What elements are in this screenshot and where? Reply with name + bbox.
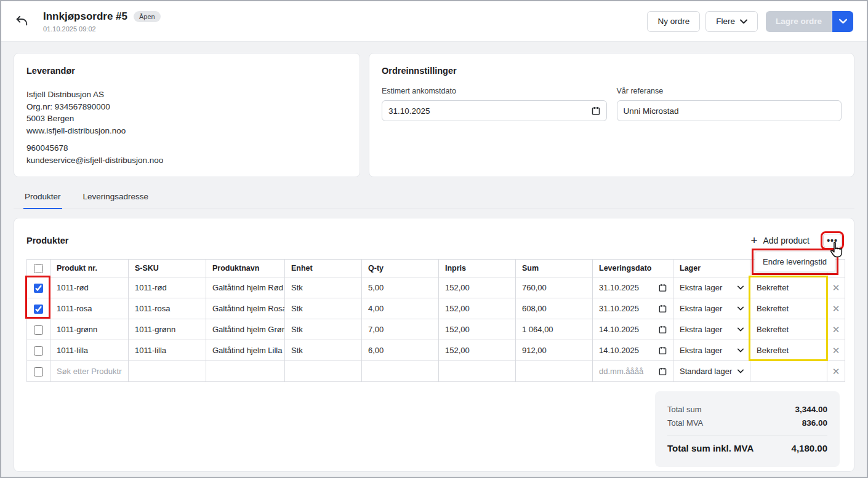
remove-row-button[interactable]: ✕ bbox=[827, 345, 845, 356]
calendar-icon[interactable] bbox=[659, 346, 667, 354]
cell-sum: 608,00 bbox=[516, 298, 593, 319]
annotation-red-box-menu: Endre leveringstid bbox=[752, 249, 838, 275]
lager-select[interactable]: Ekstra lager bbox=[673, 277, 750, 298]
supplier-website: www.isfjell-distribusjon.noo bbox=[26, 125, 347, 137]
row-checkbox[interactable] bbox=[34, 284, 43, 293]
tab-produkter[interactable]: Produkter bbox=[23, 186, 62, 209]
total-sum-label: Total sum bbox=[667, 405, 702, 414]
chevron-down-icon bbox=[737, 348, 744, 353]
remove-row-button[interactable]: ✕ bbox=[827, 366, 845, 377]
row-actions-menu-button[interactable]: ••• bbox=[823, 234, 842, 247]
new-order-button[interactable]: Ny ordre bbox=[647, 11, 700, 32]
row-checkbox[interactable] bbox=[34, 367, 43, 376]
remove-row-button[interactable]: ✕ bbox=[827, 282, 845, 293]
row-checkbox[interactable] bbox=[34, 305, 43, 314]
cell-qty[interactable]: 7,00 bbox=[362, 319, 439, 340]
cell-enhet: Stk bbox=[285, 340, 362, 361]
cell-inpris[interactable]: 152,00 bbox=[439, 319, 516, 340]
cell-leveringsdato[interactable]: 31.10.2025 bbox=[593, 277, 673, 298]
lager-select[interactable]: Ekstra lager bbox=[673, 319, 750, 340]
lager-select[interactable]: Standard lager bbox=[673, 361, 750, 382]
calendar-icon[interactable] bbox=[592, 106, 600, 115]
cell-inpris[interactable]: 152,00 bbox=[439, 340, 516, 361]
date-value: 14.10.2025 bbox=[599, 346, 639, 355]
product-search-input[interactable] bbox=[57, 367, 122, 376]
chevron-down-icon bbox=[737, 327, 744, 332]
col-header-leveringsdato: Leveringsdato bbox=[593, 260, 673, 277]
chevron-down-icon bbox=[737, 369, 744, 373]
select-all-checkbox[interactable] bbox=[34, 264, 43, 273]
estimated-arrival-label: Estimert ankomstdato bbox=[382, 87, 607, 95]
col-header-lager: Lager bbox=[673, 260, 750, 277]
cell-leveringsdato[interactable]: 14.10.2025 bbox=[593, 319, 673, 340]
calendar-icon[interactable] bbox=[659, 367, 667, 375]
supplier-card-title: Leverandør bbox=[26, 66, 347, 76]
page-title: Innkjøpsordre #5 bbox=[43, 10, 127, 23]
totals-divider bbox=[667, 436, 827, 436]
total-mva-value: 836.00 bbox=[802, 418, 827, 428]
remove-row-button[interactable]: ✕ bbox=[827, 303, 845, 314]
calendar-icon[interactable] bbox=[659, 305, 667, 313]
lager-select[interactable]: Ekstra lager bbox=[673, 340, 750, 361]
lager-value: Ekstra lager bbox=[680, 304, 722, 313]
cell-sum: 760,00 bbox=[516, 277, 593, 298]
row-checkbox[interactable] bbox=[34, 325, 43, 335]
app-window: Innkjøpsordre #5 Åpen 01.10.2025 09:02 N… bbox=[0, 0, 868, 478]
cell-produktnavn: Galtåtind hjelm Grønn bbox=[206, 319, 285, 340]
date-value: 14.10.2025 bbox=[599, 325, 639, 334]
col-header-enhet: Enhet bbox=[285, 260, 362, 277]
lager-value: Standard lager bbox=[680, 367, 732, 376]
cell-produkt-nr: 1011-rosa bbox=[50, 298, 129, 319]
chevron-down-icon bbox=[737, 285, 744, 290]
cell-status: Bekreftet bbox=[750, 319, 827, 340]
order-timestamp: 01.10.2025 09:02 bbox=[43, 25, 161, 33]
supplier-city: 5003 Bergen bbox=[26, 113, 347, 125]
add-product-button[interactable]: + Add product bbox=[750, 236, 810, 245]
cell-qty[interactable]: 4,00 bbox=[362, 298, 439, 319]
save-order-button[interactable]: Lagre ordre bbox=[766, 11, 832, 32]
our-reference-input[interactable] bbox=[617, 100, 842, 121]
page-header: Innkjøpsordre #5 Åpen 01.10.2025 09:02 N… bbox=[1, 1, 867, 42]
date-placeholder: dd.mm.åååå bbox=[599, 367, 643, 376]
back-button[interactable] bbox=[15, 14, 28, 28]
tab-leveringsadresse[interactable]: Leveringsadresse bbox=[82, 186, 150, 209]
cell-leveringsdato[interactable]: 14.10.2025 bbox=[593, 340, 673, 361]
total-mva-label: Total MVA bbox=[667, 418, 703, 428]
col-header-qty: Q-ty bbox=[362, 260, 439, 277]
more-actions-button[interactable]: Flere bbox=[705, 11, 758, 32]
tab-bar: Produkter Leveringsadresse bbox=[14, 186, 854, 209]
products-card: Produkter + Add product ••• bbox=[14, 218, 854, 472]
cell-inpris[interactable]: 152,00 bbox=[439, 298, 516, 319]
cell-produktnavn: Galtåtind hjelm Rød bbox=[206, 277, 285, 298]
cell-inpris[interactable]: 152,00 bbox=[439, 277, 516, 298]
total-incl-mva-value: 4,180.00 bbox=[792, 443, 827, 453]
estimated-arrival-date-input[interactable]: 31.10.2025 bbox=[382, 100, 607, 121]
lager-select[interactable]: Ekstra lager bbox=[673, 298, 750, 319]
supplier-name: Isfjell Distribusjon AS bbox=[26, 89, 347, 101]
page-content: Leverandør Isfjell Distribusjon AS Org.n… bbox=[1, 53, 867, 472]
cell-produktnavn: Galtåtind hjelm Rosa bbox=[206, 298, 285, 319]
calendar-icon[interactable] bbox=[659, 325, 667, 333]
remove-row-button[interactable]: ✕ bbox=[827, 324, 845, 335]
menu-item-endre-leveringstid[interactable]: Endre leveringstid bbox=[755, 252, 835, 271]
products-table: Produkt nr. S-SKU Produktnavn Enhet Q-ty… bbox=[26, 259, 845, 382]
cell-produkt-nr: 1011-grønn bbox=[50, 319, 129, 340]
chevron-down-icon bbox=[839, 18, 847, 24]
calendar-icon[interactable] bbox=[659, 284, 667, 292]
cell-qty[interactable]: 5,00 bbox=[362, 277, 439, 298]
row-checkbox[interactable] bbox=[34, 346, 43, 356]
order-settings-title: Ordreinnstillinger bbox=[382, 66, 842, 76]
supplier-phone: 960045678 bbox=[26, 142, 347, 154]
cell-produkt-nr: 1011-lilla bbox=[50, 340, 129, 361]
more-actions-label: Flere bbox=[716, 17, 735, 26]
table-header-row: Produkt nr. S-SKU Produktnavn Enhet Q-ty… bbox=[27, 260, 845, 277]
save-order-dropdown-button[interactable] bbox=[832, 11, 853, 32]
cell-leveringsdato[interactable]: dd.mm.åååå bbox=[593, 361, 673, 382]
chevron-down-icon bbox=[740, 19, 747, 24]
cell-leveringsdato[interactable]: 31.10.2025 bbox=[593, 298, 673, 319]
cell-s-sku: 1011-lilla bbox=[129, 340, 206, 361]
cell-qty[interactable]: 6,00 bbox=[362, 340, 439, 361]
estimated-arrival-date-value: 31.10.2025 bbox=[388, 106, 430, 116]
cell-status: Bekreftet bbox=[750, 298, 827, 319]
cell-enhet: Stk bbox=[285, 277, 362, 298]
